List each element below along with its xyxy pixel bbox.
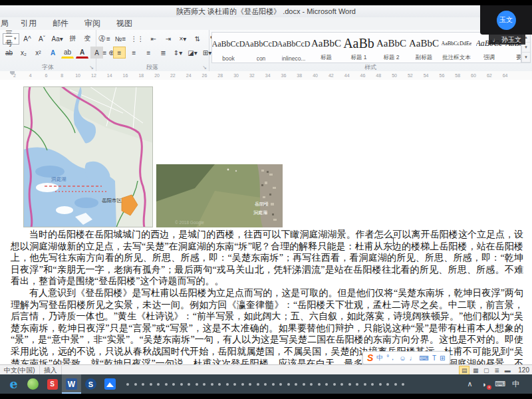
window-title-bar[interactable]: 陕西师大 谈杜甫的《登岳阳楼》 .docx - Microsoft Word bbox=[0, 5, 532, 18]
phonetic-guide[interactable]: 拼 bbox=[66, 33, 79, 45]
meeting-speaker-bar: ♩ 孙玉文 bbox=[489, 35, 525, 45]
grow-font[interactable]: A^ bbox=[21, 33, 34, 45]
ruler-number: 18 bbox=[133, 73, 149, 78]
zoom-level[interactable]: 120 bbox=[518, 366, 529, 374]
paragraph-dialog-launcher-icon[interactable]: ↘ bbox=[202, 65, 207, 70]
horizontal-ruler[interactable]: 2468101214161820222426283032343638404244… bbox=[0, 71, 532, 80]
decrease-indent[interactable]: ⇤ bbox=[147, 33, 160, 45]
paragraph-group-label: 段落 bbox=[96, 63, 209, 71]
emoji-panel[interactable]: ☺ bbox=[399, 354, 406, 362]
style-balloon-text[interactable]: AaBbCcDdEe 批注框文本 bbox=[440, 33, 473, 63]
ruler-number: 40 bbox=[307, 73, 323, 78]
meeting-video-tile[interactable]: 玉文 bbox=[480, 5, 532, 35]
view-fullscreen-reading[interactable]: ▦ bbox=[471, 366, 480, 374]
ribbon-tab[interactable]: 引用 bbox=[13, 17, 45, 30]
style-heading1[interactable]: AaBb 标题 1 bbox=[342, 33, 375, 63]
screen: 陕西师大 谈杜甫的《登岳阳楼》 .docx - Microsoft Word 局… bbox=[0, 0, 532, 399]
tray-keyboard[interactable]: ⌨ bbox=[495, 380, 505, 388]
ruler-number: 62 bbox=[481, 73, 497, 78]
distribute[interactable]: ≣ bbox=[157, 47, 170, 59]
taskbar-word[interactable]: W bbox=[62, 374, 81, 394]
tray-meeting-badge[interactable]: ◗× bbox=[480, 380, 489, 388]
asian-layout[interactable]: ×▾ bbox=[176, 33, 189, 45]
sogou-ime-toolbar[interactable]: S 中°，☺♩⌨T⊞ bbox=[362, 351, 450, 364]
style-subtitle[interactable]: AaBbC 副标题 bbox=[408, 33, 440, 63]
sogou-logo-icon[interactable]: S bbox=[367, 352, 373, 363]
view-print-layout[interactable]: ▤ bbox=[459, 366, 469, 375]
view-outline[interactable]: ≣ bbox=[492, 366, 501, 374]
style-title[interactable]: AaBbC 标题 bbox=[310, 33, 342, 63]
line-spacing[interactable]: ⇕▾ bbox=[172, 47, 184, 59]
ruler-number: 6 bbox=[39, 73, 55, 78]
ruler-number: 12 bbox=[86, 73, 102, 78]
style-heading2[interactable]: AaBbC 标题 2 bbox=[375, 33, 408, 63]
taskbar-sogou-input[interactable]: S bbox=[43, 374, 62, 394]
font-dialog-launcher-icon[interactable]: ↘ bbox=[89, 65, 94, 70]
align-right[interactable]: ≡ bbox=[128, 47, 140, 59]
shrink-font[interactable]: Aˇ bbox=[36, 33, 49, 45]
status-language[interactable]: 中文(中国) bbox=[0, 366, 40, 375]
style-book[interactable]: AaBbCcD book bbox=[212, 33, 245, 63]
ruler-number: 54 bbox=[418, 73, 434, 78]
map-image-yueyang[interactable]: 岳阳市区 洞庭湖 bbox=[23, 86, 153, 227]
justify[interactable]: ≡ bbox=[142, 47, 155, 59]
change-case[interactable]: Aa▾ bbox=[51, 33, 65, 45]
ruler-number: 22 bbox=[165, 73, 181, 78]
document-paragraph-1[interactable]: 当时的岳阳楼在岳阳城城门的西边，是城门的西楼，往西可以下瞰洞庭湖湖景。作者怎么可… bbox=[11, 229, 523, 287]
font-size-select[interactable]: 三号 ▾ bbox=[3, 33, 19, 45]
sort[interactable]: ⇅ bbox=[191, 33, 203, 45]
soft-keyboard[interactable]: ⌨ bbox=[420, 354, 429, 362]
speaker-name: 孙玉文 bbox=[501, 35, 521, 45]
toolbox[interactable]: ⊞ bbox=[440, 354, 445, 362]
avatar: 玉文 bbox=[497, 11, 516, 30]
multilevel-list[interactable]: ⋮⋮ bbox=[129, 33, 145, 45]
align-center[interactable]: ≡ bbox=[113, 47, 126, 59]
char-scale[interactable]: 变 bbox=[81, 33, 94, 45]
strikethrough[interactable]: ab bbox=[3, 47, 15, 59]
shading[interactable]: ◪▾ bbox=[186, 47, 199, 59]
ribbon-tab[interactable]: 邮件 bbox=[45, 17, 76, 30]
tray-ime-chinese[interactable]: 中 bbox=[511, 379, 520, 389]
taskbar-sogou-browser[interactable]: S bbox=[81, 374, 100, 394]
style-con[interactable]: AaBbCcD con bbox=[245, 33, 277, 63]
ruler-number: 34 bbox=[260, 73, 276, 78]
map-label-city: 岳阳市区 bbox=[102, 198, 122, 203]
ruler-number: 10 bbox=[70, 73, 86, 78]
status-insert-mode[interactable]: 插入 bbox=[40, 366, 62, 375]
align-left[interactable]: ≡ bbox=[98, 47, 111, 59]
skin-center[interactable]: T bbox=[432, 354, 436, 362]
taskbar-360-browser[interactable] bbox=[23, 374, 43, 394]
style-inlinecode[interactable]: AaBbCcD inlineco... bbox=[277, 33, 310, 63]
ime-mode-chinese[interactable]: 中 bbox=[376, 353, 383, 362]
ruler-number: 44 bbox=[339, 73, 355, 78]
styles-group-label: 样式 bbox=[209, 63, 532, 71]
gallery-scroll-button[interactable]: ▼ bbox=[522, 53, 530, 63]
ruler-number: 50 bbox=[386, 73, 402, 78]
subscript[interactable]: x₂ bbox=[17, 47, 30, 59]
text-effects[interactable]: A bbox=[47, 47, 59, 59]
ruler-number: 46 bbox=[355, 73, 371, 78]
document-text[interactable]: 当时的岳阳楼在岳阳城城门的西边，是城门的西楼，往西可以下瞰洞庭湖湖景。作者怎么可… bbox=[11, 229, 523, 364]
taskbar-edge[interactable]: e bbox=[4, 374, 23, 394]
view-draft[interactable]: ▬ bbox=[503, 366, 512, 374]
taskbar-tencent-meeting[interactable] bbox=[100, 374, 120, 394]
voice-input[interactable]: ♩ bbox=[410, 354, 416, 362]
ribbon-tab-strip: 局引用邮件审阅视图 bbox=[0, 17, 532, 30]
punctuation-mode[interactable]: °， bbox=[386, 353, 396, 362]
superscript[interactable]: x² bbox=[32, 47, 45, 59]
ribbon-tab[interactable]: 审阅 bbox=[76, 17, 108, 30]
text-highlight[interactable]: ab bbox=[61, 47, 74, 59]
tray-expand[interactable]: ∧ bbox=[466, 380, 474, 388]
ribbon-tab[interactable]: 视图 bbox=[108, 17, 140, 30]
satellite-image-dongting[interactable]: 岳阳楼 洞庭湖 © 2018 Google bbox=[156, 164, 283, 227]
numbering[interactable]: №≡ bbox=[114, 33, 128, 45]
bullets[interactable]: ⋮≡ bbox=[98, 33, 112, 45]
satellite-label-tower: 岳阳楼 bbox=[255, 201, 269, 207]
document-canvas[interactable]: 岳阳市区 洞庭湖 岳阳楼 洞庭湖 © 2 bbox=[0, 80, 532, 364]
increase-indent[interactable]: ⇥ bbox=[162, 33, 174, 45]
view-web-layout[interactable]: ▢ bbox=[481, 366, 491, 374]
font-color[interactable]: A bbox=[76, 47, 88, 59]
ruler-number: 56 bbox=[434, 73, 450, 78]
ribbon-group-styles: AaBbCcD book AaBbCcD con AaBbCcD inlinec… bbox=[209, 30, 532, 71]
satellite-watermark: © 2018 Google bbox=[175, 220, 204, 225]
